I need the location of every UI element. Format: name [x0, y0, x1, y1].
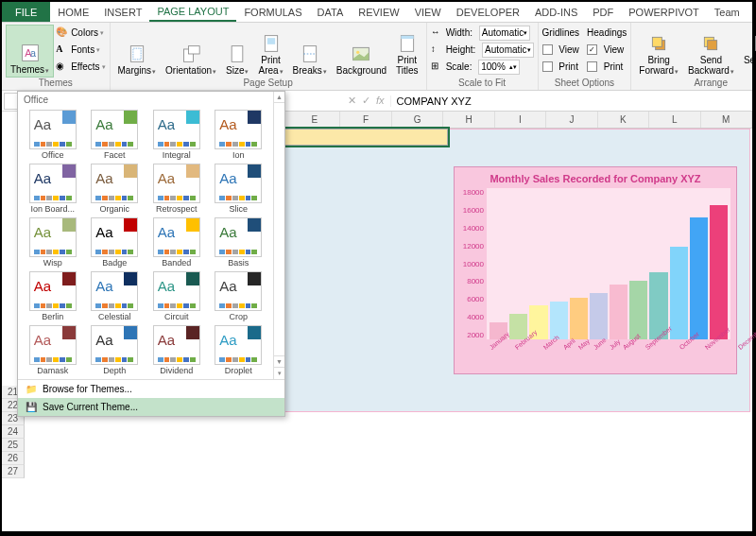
orientation-button[interactable]: Orientation: [162, 25, 220, 78]
scale-combo[interactable]: 100%▴▾: [478, 60, 520, 75]
theme-damask[interactable]: AaDamask: [24, 325, 82, 375]
chart-bar: [710, 205, 728, 339]
tab-view[interactable]: VIEW: [407, 2, 449, 22]
theme-facet[interactable]: AaFacet: [86, 110, 145, 160]
themes-scroll[interactable]: ▲▼▾: [273, 92, 284, 379]
column-header[interactable]: J: [546, 112, 597, 128]
height-combo[interactable]: Automatic▾: [482, 43, 533, 58]
tab-pdf[interactable]: PDF: [585, 2, 621, 22]
margins-button[interactable]: Margins: [114, 25, 161, 78]
send-backward-button[interactable]: Send Backward: [684, 25, 738, 78]
print-titles-button[interactable]: Print Titles: [392, 25, 422, 78]
theme-label: Droplet: [225, 366, 252, 375]
theme-berlin[interactable]: AaBerlin: [24, 271, 82, 321]
tab-home[interactable]: HOME: [50, 2, 96, 22]
theme-label: Depth: [103, 366, 126, 375]
formula-input[interactable]: COMPANY XYZ: [390, 95, 752, 107]
ribbon: Aa Themes 🎨Colors ▾ AFonts ▾ ◉Effects ▾ …: [2, 23, 752, 91]
theme-circuit[interactable]: AaCircuit: [147, 271, 206, 321]
tab-team[interactable]: Team: [707, 2, 747, 22]
theme-label: Ion Board...: [30, 204, 75, 214]
theme-dividend[interactable]: AaDividend: [147, 325, 206, 375]
theme-label: Crop: [229, 312, 248, 321]
theme-celestial[interactable]: AaCelestial: [86, 271, 145, 321]
tab-data[interactable]: DATA: [310, 2, 352, 22]
column-header[interactable]: I: [495, 112, 546, 128]
theme-wisp[interactable]: AaWisp: [24, 217, 82, 268]
theme-ion-board-[interactable]: AaIon Board...: [24, 164, 82, 214]
theme-organic[interactable]: AaOrganic: [86, 164, 145, 214]
theme-label: Wisp: [43, 258, 62, 268]
group-label-themes: Themes: [6, 78, 106, 88]
group-scale: ↔Width: Automatic▾ ↕Height: Automatic▾ ⊞…: [427, 23, 539, 90]
theme-label: Dividend: [160, 366, 193, 375]
theme-crop[interactable]: AaCrop: [210, 271, 268, 321]
row-header[interactable]: 27: [2, 465, 25, 478]
accept-formula-icon[interactable]: ✓: [362, 95, 370, 107]
theme-droplet[interactable]: AaDroplet: [210, 325, 268, 375]
bring-forward-button[interactable]: Bring Forward: [635, 25, 682, 78]
chart-plot: [487, 188, 730, 339]
gridlines-view-check[interactable]: View: [542, 42, 579, 58]
tab-developer[interactable]: DEVELOPER: [449, 2, 527, 22]
print-area-button[interactable]: Print Area: [254, 25, 286, 78]
theme-label: Badge: [102, 258, 127, 268]
column-header[interactable]: K: [598, 112, 649, 128]
tab-file[interactable]: FILE: [2, 2, 50, 22]
headings-view-check[interactable]: ✓ View: [587, 42, 627, 58]
save-theme-button[interactable]: 💾Save Current Theme...: [18, 398, 284, 416]
chart[interactable]: Monthly Sales Recorded for Company XYZ 1…: [454, 166, 737, 374]
chart-y-axis: 1800016000140001200010000800060004000200…: [460, 188, 487, 339]
size-button[interactable]: Size: [222, 25, 252, 78]
row-header[interactable]: 25: [2, 439, 25, 452]
row-header[interactable]: 24: [2, 425, 25, 439]
theme-label: Berlin: [42, 312, 63, 321]
theme-depth[interactable]: AaDepth: [86, 325, 145, 375]
theme-ion[interactable]: AaIon: [210, 110, 268, 160]
browse-themes-button[interactable]: 📁Browse for Themes...: [18, 380, 284, 398]
theme-badge[interactable]: AaBadge: [86, 217, 145, 268]
width-combo[interactable]: Automatic▾: [479, 26, 530, 41]
chart-bar: [550, 302, 568, 339]
fonts-button[interactable]: AFonts ▾: [56, 42, 105, 58]
theme-slice[interactable]: AaSlice: [210, 164, 268, 214]
theme-label: Damask: [37, 366, 68, 375]
theme-label: Organic: [99, 204, 129, 214]
gridlines-print-check[interactable]: Print: [542, 59, 579, 75]
chart-bar: [690, 217, 708, 339]
tab-powerpivot[interactable]: POWERPIVOT: [621, 2, 707, 22]
headings-print-check[interactable]: Print: [587, 59, 627, 75]
theme-retrospect[interactable]: AaRetrospect: [147, 164, 206, 214]
tab-page-layout[interactable]: PAGE LAYOUT: [149, 2, 236, 22]
theme-basis[interactable]: AaBasis: [210, 217, 268, 268]
breaks-icon: [301, 44, 319, 63]
column-header[interactable]: E: [289, 112, 340, 128]
theme-office[interactable]: AaOffice: [24, 110, 82, 160]
tab-insert[interactable]: INSERT: [96, 2, 149, 22]
themes-button[interactable]: Aa Themes: [6, 25, 54, 78]
tab-formulas[interactable]: FORMULAS: [236, 2, 309, 22]
breaks-button[interactable]: Breaks: [289, 25, 331, 78]
theme-integral[interactable]: AaIntegral: [147, 110, 206, 160]
svg-rect-19: [708, 41, 717, 50]
row-header[interactable]: 26: [2, 452, 25, 465]
svg-rect-15: [401, 36, 413, 39]
selection-pane-button[interactable]: Selection Pane: [740, 25, 756, 78]
column-header[interactable]: G: [392, 112, 443, 128]
fx-icon[interactable]: fx: [376, 95, 385, 107]
fonts-icon: A: [56, 43, 69, 57]
effects-button[interactable]: ◉Effects ▾: [56, 59, 105, 75]
theme-banded[interactable]: AaBanded: [147, 217, 206, 268]
column-header[interactable]: M: [701, 112, 752, 128]
background-button[interactable]: Background: [333, 25, 390, 78]
column-header[interactable]: L: [649, 112, 700, 128]
scale-icon: ⊞: [431, 61, 444, 74]
column-header[interactable]: F: [340, 112, 391, 128]
tab-add-ins[interactable]: ADD-INS: [527, 2, 585, 22]
column-header[interactable]: H: [443, 112, 494, 128]
tab-review[interactable]: REVIEW: [351, 2, 406, 22]
colors-button[interactable]: 🎨Colors ▾: [56, 25, 105, 41]
group-themes: Aa Themes 🎨Colors ▾ AFonts ▾ ◉Effects ▾ …: [2, 23, 111, 90]
svg-rect-17: [652, 37, 662, 46]
cancel-formula-icon[interactable]: ✕: [348, 95, 356, 107]
